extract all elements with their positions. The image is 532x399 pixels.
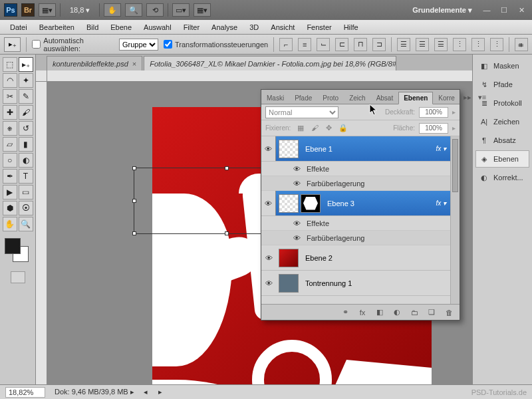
dock-masken[interactable]: ◧Masken (475, 57, 529, 74)
close-button[interactable]: ✕ (517, 5, 526, 15)
layer-name[interactable]: Ebene 1 (301, 145, 432, 153)
auto-select-checkbox[interactable]: Automatisch auswählen: (32, 37, 114, 53)
visibility-toggle-icon[interactable]: 👁 (291, 165, 303, 173)
menu-fenster[interactable]: Fenster (301, 21, 337, 33)
dist-bottom-button[interactable]: ☰ (434, 38, 448, 51)
marquee-tool[interactable]: ⬚ (3, 57, 17, 72)
3d-tool[interactable]: ⬢ (3, 201, 17, 215)
minimize-button[interactable]: — (482, 5, 491, 15)
dock-ebenen[interactable]: ◈Ebenen (475, 150, 529, 168)
eyedropper-tool[interactable]: ✎ (19, 89, 33, 104)
ruler-origin[interactable] (36, 70, 47, 82)
workspace-switcher[interactable]: Grundelemente ▾ (408, 6, 476, 15)
effects-row[interactable]: 👁Effekte (261, 216, 460, 231)
dist-left-button[interactable]: ⋮ (453, 38, 466, 51)
opacity-field[interactable]: 100% (419, 107, 448, 118)
brush-tool[interactable]: 🖌 (19, 105, 33, 120)
panel-tab-proto[interactable]: Proto (317, 92, 344, 104)
foreground-color-swatch[interactable] (5, 238, 21, 254)
menu-bearbeiten[interactable]: Bearbeiten (33, 21, 80, 33)
effects-row[interactable]: 👁Effekte (261, 162, 460, 176)
crop-tool[interactable]: ✂ (3, 89, 17, 104)
maximize-button[interactable]: ☐ (499, 5, 509, 15)
layer-row[interactable]: 👁 Tontrennung 1 (261, 271, 460, 296)
menu-3d[interactable]: 3D (243, 21, 265, 33)
menu-datei[interactable]: Datei (4, 21, 33, 33)
move-tool-indicator[interactable]: ▸₊ (4, 37, 21, 52)
lock-transparency-icon[interactable]: ▦ (295, 123, 306, 134)
visibility-toggle-icon[interactable]: 👁 (291, 180, 303, 188)
lasso-tool[interactable]: ◠ (3, 73, 17, 88)
layer-row[interactable]: 👁 Ebene 1 fx ▾ (261, 136, 460, 162)
dist-top-button[interactable]: ☰ (397, 38, 410, 51)
visibility-toggle-icon[interactable]: 👁 (261, 254, 276, 262)
add-mask-icon[interactable]: ◧ (374, 307, 385, 318)
doc-arrange-button[interactable]: ▦▾ (39, 3, 56, 17)
dodge-tool[interactable]: ◐ (19, 153, 33, 168)
visibility-toggle-icon[interactable]: 👁 (261, 136, 276, 161)
zoom-level[interactable]: 18,8 ▾ (65, 6, 95, 15)
new-group-icon[interactable]: 🗀 (409, 307, 420, 318)
new-layer-icon[interactable]: ❏ (426, 307, 437, 318)
3d-camera-tool[interactable]: ⦿ (19, 201, 33, 215)
panel-tab-korre[interactable]: Korre (433, 92, 460, 104)
fx-badge[interactable]: fx ▾ (432, 200, 450, 207)
fill-slider-icon[interactable]: ▸ (452, 124, 456, 132)
blur-tool[interactable]: ○ (3, 153, 17, 168)
panel-tab-zeich[interactable]: Zeich (344, 92, 370, 104)
move-tool[interactable]: ▸₊ (19, 57, 33, 72)
layer-style-icon[interactable]: fx (357, 307, 368, 318)
dock-absatz[interactable]: ¶Absatz (475, 132, 529, 149)
auto-align-button[interactable]: ⩩ (515, 38, 528, 51)
ps-logo-icon[interactable]: Ps (4, 3, 17, 17)
dist-hmid-button[interactable]: ⋮ (471, 38, 485, 51)
visibility-toggle-icon[interactable]: 👁 (291, 234, 303, 242)
effect-item[interactable]: 👁Farbüberlagerung (261, 176, 460, 191)
quick-mask-toggle[interactable] (11, 271, 25, 283)
screen-mode-button[interactable]: ▭▾ (172, 3, 190, 17)
panel-menu-icon[interactable]: ▾≡ (475, 91, 489, 104)
adjustment-layer-icon[interactable]: ◐ (392, 307, 402, 318)
eraser-tool[interactable]: ▱ (3, 137, 17, 152)
layer-name[interactable]: Ebene 2 (301, 254, 450, 262)
document-tab[interactable]: konturenbildeffekte.psd× (47, 56, 142, 70)
pen-tool[interactable]: ✒ (3, 169, 17, 184)
menu-analyse[interactable]: Analyse (205, 21, 243, 33)
layer-row[interactable]: 👁 Ebene 2 (261, 245, 460, 271)
menu-auswahl[interactable]: Auswahl (138, 21, 178, 33)
ruler-vertical[interactable] (36, 82, 47, 384)
panel-tab-absat[interactable]: Absat (371, 92, 399, 104)
align-bottom-button[interactable]: ⌙ (317, 38, 330, 51)
menu-ebene[interactable]: Ebene (104, 21, 138, 33)
layer-row[interactable]: 👁 Ebene 3 fx ▾ (261, 191, 460, 216)
delete-layer-icon[interactable]: 🗑 (444, 307, 454, 318)
lock-paint-icon[interactable]: 🖌 (309, 122, 320, 133)
auto-select-dropdown[interactable]: Gruppe (119, 39, 158, 51)
path-select-tool[interactable]: ▶ (3, 185, 17, 200)
doc-size-label[interactable]: Dok: 9,46 MB/39,8 MB ▸ (55, 388, 134, 396)
align-top-button[interactable]: ⌐ (279, 38, 293, 51)
layer-thumbnail[interactable] (279, 140, 299, 158)
menu-bild[interactable]: Bild (80, 21, 104, 33)
visibility-toggle-icon[interactable]: 👁 (261, 191, 276, 215)
scrollbar-thumb[interactable] (452, 139, 458, 192)
lock-position-icon[interactable]: ✥ (323, 123, 334, 134)
extras-button[interactable]: ▦▾ (194, 3, 211, 17)
zoom-tool[interactable]: 🔍 (19, 217, 33, 231)
align-hmid-button[interactable]: ⊓ (354, 38, 367, 51)
history-brush-tool[interactable]: ↺ (19, 121, 33, 136)
ruler-horizontal[interactable] (47, 70, 472, 82)
visibility-toggle-icon[interactable]: 👁 (291, 219, 303, 227)
effect-item[interactable]: 👁Farbüberlagerung (261, 231, 460, 245)
link-layers-icon[interactable]: ⚭ (340, 307, 350, 318)
visibility-toggle-icon[interactable]: 👁 (261, 279, 276, 287)
panel-tab-pfade[interactable]: Pfade (289, 92, 317, 104)
layer-name[interactable]: Ebene 3 (323, 200, 432, 207)
panel-scrollbar[interactable] (450, 136, 460, 304)
menu-ansicht[interactable]: Ansicht (265, 21, 301, 33)
dist-vmid-button[interactable]: ☰ (416, 38, 429, 51)
dock-korrekturen[interactable]: ◐Korrekt... (475, 169, 529, 186)
layer-name[interactable]: Tontrennung 1 (301, 279, 450, 287)
zoom-field[interactable]: 18,82% (5, 387, 45, 398)
menu-hilfe[interactable]: Hilfe (338, 21, 364, 33)
